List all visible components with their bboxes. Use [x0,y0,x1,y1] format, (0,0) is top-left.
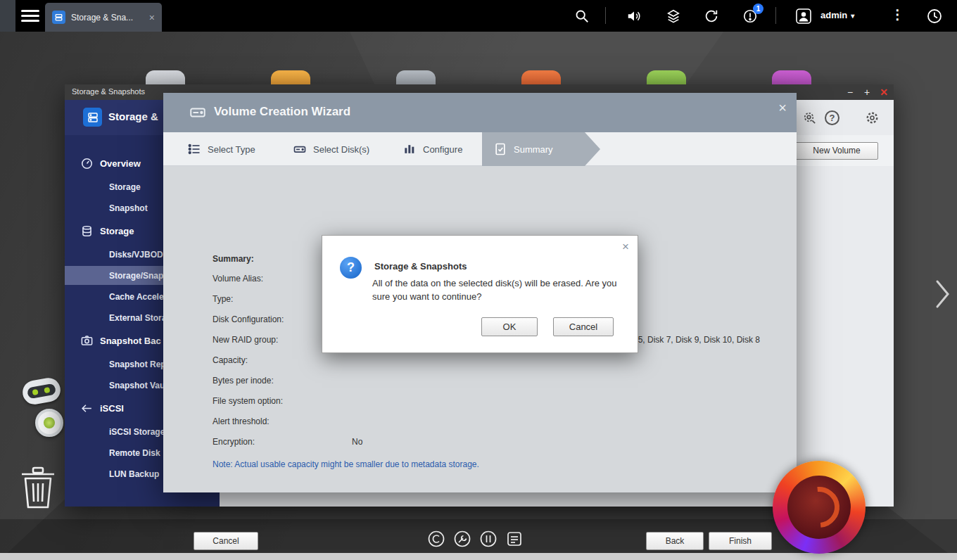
step-configure[interactable]: Configure [403,132,462,166]
username: admin [820,10,847,20]
utilities-icon[interactable] [801,110,818,126]
summary-value: Disk 5, Disk 7, Disk 9, Disk 10, Disk 8 [619,335,760,345]
wizard-steps: Select Type Select Disk(s) Configure Sum… [163,132,797,166]
tools-icon[interactable] [452,529,472,549]
tab-storage-snapshots[interactable]: Storage & Sna... × [45,3,162,32]
volume-icon [189,103,207,122]
wizard-finish-button[interactable]: Finish [709,532,772,550]
topbar-corner [0,0,15,32]
panel-expand-chevron[interactable] [934,279,951,310]
wizard-title: Volume Creation Wizard [214,105,350,119]
summary-label: Capacity: [213,355,350,365]
close-window-button[interactable]: ✕ [877,86,890,98]
wizard-back-button[interactable]: Back [646,532,704,550]
window-title: Storage & Snapshots [72,87,145,96]
wizard-cancel-button[interactable]: Cancel [194,532,258,550]
main-menu-button[interactable] [21,10,39,23]
iscsi-icon [80,402,94,415]
desktop-dock [426,529,524,549]
divider [775,7,776,24]
settings-gear-icon[interactable] [864,110,880,126]
new-volume-button[interactable]: New Volume [795,142,878,160]
caret-down-icon: ▾ [851,12,854,20]
question-icon: ? [340,257,362,279]
desktop: Storage & Snapshots − + ✕ Storage & ? [0,0,957,560]
user-menu[interactable]: admin▾ [820,10,854,20]
assistant-robot[interactable] [21,375,68,447]
recycle-bin-icon[interactable] [18,466,58,510]
sync-refresh-icon[interactable] [704,8,719,24]
more-options-icon[interactable]: ⋮ [891,6,904,23]
dialog-message: All of the data on the selected disk(s) … [372,276,630,303]
summary-label: Bytes per inode: [213,376,350,386]
tab-label: Storage & Sna... [71,13,144,23]
dialog-cancel-button[interactable]: Cancel [553,317,614,336]
summary-heading: Summary: [213,254,254,264]
summary-label: Encryption: [213,437,350,447]
widgets-icon[interactable] [479,529,498,549]
watermark-logo [773,461,866,554]
minimize-button[interactable]: − [844,86,856,98]
wizard-close-icon[interactable]: × [778,100,787,116]
dashboard-clock-icon[interactable] [926,8,943,25]
language-icon[interactable] [426,529,446,549]
step-summary[interactable]: Summary [482,132,600,166]
step-select-disks[interactable]: Select Disk(s) [293,132,369,166]
summary-value: No [352,437,362,447]
robot-head-icon [20,376,62,407]
search-icon[interactable] [574,8,590,24]
notes-icon[interactable] [505,529,524,549]
notification-badge: 1 [753,4,763,14]
step-select-type[interactable]: Select Type [187,132,255,166]
help-icon[interactable]: ? [825,110,839,125]
overview-icon [80,157,94,170]
divider [605,7,606,24]
tab-close-icon[interactable]: × [149,12,155,23]
app-title: Storage & [108,110,158,122]
maximize-button[interactable]: + [861,86,873,98]
storage-app-icon [52,11,65,24]
storage-disks-icon [80,224,94,238]
dialog-ok-button[interactable]: OK [481,317,538,336]
summary-label: File system option: [213,396,350,406]
dialog-title: Storage & Snapshots [374,261,467,272]
desktop-bottom-strip [0,553,957,560]
snapshot-backup-icon [80,334,94,348]
background-tasks-icon[interactable] [666,8,681,24]
confirm-dialog: × ? Storage & Snapshots All of the data … [322,235,638,353]
robot-body-icon [35,409,63,437]
summary-label: Alert threshold: [213,416,350,426]
dialog-close-icon[interactable]: × [622,240,629,254]
user-avatar[interactable] [795,8,812,25]
capacity-note: Note: Actual usable capacity might be sm… [213,459,479,469]
topbar: Storage & Sna... × 1 admin▾ ⋮ [0,0,957,32]
wizard-header: Volume Creation Wizard × [163,93,797,132]
storage-app-icon [83,108,102,127]
volume-speaker-icon[interactable] [626,8,642,24]
